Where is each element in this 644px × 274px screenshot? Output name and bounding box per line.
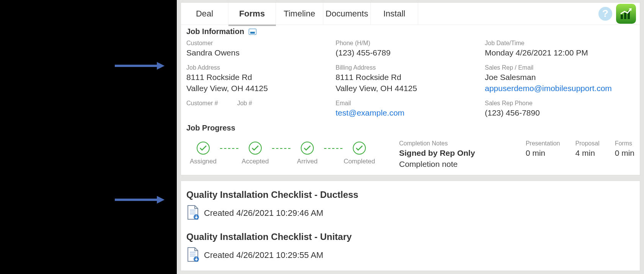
- job-information-heading: Job Information: [186, 27, 634, 36]
- check-icon: [197, 142, 210, 155]
- sales-rep-label: Sales Rep / Email: [485, 64, 634, 71]
- check-icon: [249, 142, 262, 155]
- step-accepted: Accepted: [238, 142, 272, 165]
- job-info-grid: Customer Sandra Owens Phone (H/M) (123) …: [186, 40, 634, 118]
- step-connector: [324, 148, 342, 149]
- help-icon[interactable]: ?: [598, 7, 612, 21]
- customer-value: Sandra Owens: [186, 47, 336, 58]
- sales-rep-phone-field: Sales Rep Phone (123) 456-7890: [485, 100, 634, 118]
- timing-presentation-label: Presentation: [526, 140, 560, 147]
- step-arrived: Arrived: [290, 142, 324, 165]
- svg-rect-4: [621, 15, 623, 19]
- annotation-arrow-icon: [115, 195, 165, 204]
- timing-presentation-value: 0 min: [526, 148, 560, 158]
- billing-address-line2: Valley View, OH 44125: [336, 83, 485, 94]
- customer-field: Customer Sandra Owens: [186, 40, 336, 58]
- timing-proposal-value: 4 min: [575, 148, 599, 158]
- document-download-icon[interactable]: [186, 205, 199, 222]
- document-download-icon[interactable]: [186, 247, 199, 264]
- completion-notes-status: Signed by Rep Only: [399, 148, 475, 158]
- timing-block: Presentation 0 min Proposal 4 min Forms …: [526, 140, 634, 158]
- phone-field: Phone (H/M) (123) 455-6789: [336, 40, 485, 58]
- timing-presentation: Presentation 0 min: [526, 140, 560, 158]
- form-item[interactable]: Quality Installation Checklist - Unitary…: [186, 232, 634, 264]
- job-date-field: Job Date/Time Monday 4/26/2021 12:00 PM: [485, 40, 634, 58]
- job-date-value: Monday 4/26/2021 12:00 PM: [485, 47, 634, 58]
- customer-label: Customer: [186, 40, 336, 47]
- step-accepted-label: Accepted: [242, 158, 269, 165]
- step-assigned: Assigned: [186, 142, 220, 165]
- timing-proposal-label: Proposal: [575, 140, 599, 147]
- billing-address-field: Billing Address 8111 Rockside Rd Valley …: [336, 64, 485, 94]
- completion-notes-text: Completion note: [399, 159, 475, 170]
- tab-documents[interactable]: Documents: [323, 3, 371, 24]
- sales-rep-phone-value: (123) 456-7890: [485, 108, 634, 118]
- customer-job-numbers: Customer # Job #: [186, 100, 336, 118]
- customer-num-label: Customer #: [186, 100, 218, 107]
- form-item-created-text: Created 4/26/2021 10:29:46 AM: [204, 208, 323, 218]
- form-item-created-text: Created 4/26/2021 10:29:55 AM: [204, 250, 323, 260]
- step-completed: Completed: [342, 142, 376, 165]
- email-label: Email: [336, 100, 485, 107]
- billing-address-label: Billing Address: [336, 64, 485, 71]
- job-progress-title: Job Progress: [186, 124, 235, 132]
- card-icon[interactable]: [249, 29, 256, 35]
- forms-list-panel: Quality Installation Checklist - Ductles…: [181, 181, 640, 271]
- tab-forms[interactable]: Forms: [228, 3, 276, 24]
- timing-forms-value: 0 min: [615, 148, 634, 158]
- job-information-title: Job Information: [186, 27, 244, 36]
- tab-bar: Deal Forms Timeline Documents Install ?: [181, 3, 640, 25]
- email-value[interactable]: test@example.com: [336, 108, 485, 118]
- phone-value: (123) 455-6789: [336, 47, 485, 58]
- sales-rep-field: Sales Rep / Email Joe Salesman appuserde…: [485, 64, 634, 94]
- job-date-label: Job Date/Time: [485, 40, 634, 47]
- timing-forms: Forms 0 min: [615, 140, 634, 158]
- form-item[interactable]: Quality Installation Checklist - Ductles…: [186, 189, 634, 222]
- job-address-line1: 8111 Rockside Rd: [186, 72, 336, 83]
- step-arrived-label: Arrived: [297, 158, 318, 165]
- completion-notes-field: Completion Notes Signed by Rep Only Comp…: [399, 140, 475, 170]
- email-field: Email test@example.com: [336, 100, 485, 118]
- check-icon: [353, 142, 366, 155]
- tab-deal[interactable]: Deal: [181, 3, 228, 24]
- form-item-title: Quality Installation Checklist - Ductles…: [186, 189, 634, 200]
- form-item-title: Quality Installation Checklist - Unitary: [186, 232, 634, 242]
- sales-rep-email[interactable]: appuserdemo@imobilesupport.com: [485, 83, 634, 94]
- svg-rect-5: [624, 13, 626, 19]
- job-progress-row: Assigned Accepted Arrived Completed: [186, 140, 634, 170]
- step-assigned-label: Assigned: [190, 158, 217, 165]
- step-completed-label: Completed: [344, 158, 375, 165]
- svg-marker-1: [157, 62, 165, 70]
- billing-address-line1: 8111 Rockside Rd: [336, 72, 485, 83]
- timing-forms-label: Forms: [615, 140, 634, 147]
- progress-steps: Assigned Accepted Arrived Completed: [186, 142, 376, 165]
- job-information-panel: Deal Forms Timeline Documents Install ?: [181, 2, 640, 175]
- step-connector: [220, 148, 238, 149]
- form-item-created: Created 4/26/2021 10:29:46 AM: [186, 205, 634, 222]
- annotation-arrow-icon: [115, 61, 165, 70]
- annotation-sidebar: [0, 0, 177, 274]
- check-icon: [301, 142, 314, 155]
- phone-label: Phone (H/M): [336, 40, 485, 47]
- step-connector: [272, 148, 290, 149]
- tab-timeline[interactable]: Timeline: [276, 3, 323, 24]
- job-address-label: Job Address: [186, 64, 336, 71]
- tab-install[interactable]: Install: [371, 3, 418, 24]
- job-num-label: Job #: [237, 100, 252, 107]
- timing-proposal: Proposal 4 min: [575, 140, 599, 158]
- app-logo-icon[interactable]: [616, 4, 636, 24]
- completion-notes-label: Completion Notes: [399, 140, 475, 147]
- job-address-line2: Valley View, OH 44125: [186, 83, 336, 94]
- job-address-field: Job Address 8111 Rockside Rd Valley View…: [186, 64, 336, 94]
- sales-rep-phone-label: Sales Rep Phone: [485, 100, 634, 107]
- main-content: Deal Forms Timeline Documents Install ?: [177, 0, 644, 274]
- form-item-created: Created 4/26/2021 10:29:55 AM: [186, 247, 634, 264]
- job-progress-heading: Job Progress: [186, 124, 634, 132]
- sales-rep-name: Joe Salesman: [485, 72, 634, 83]
- svg-marker-3: [157, 196, 165, 204]
